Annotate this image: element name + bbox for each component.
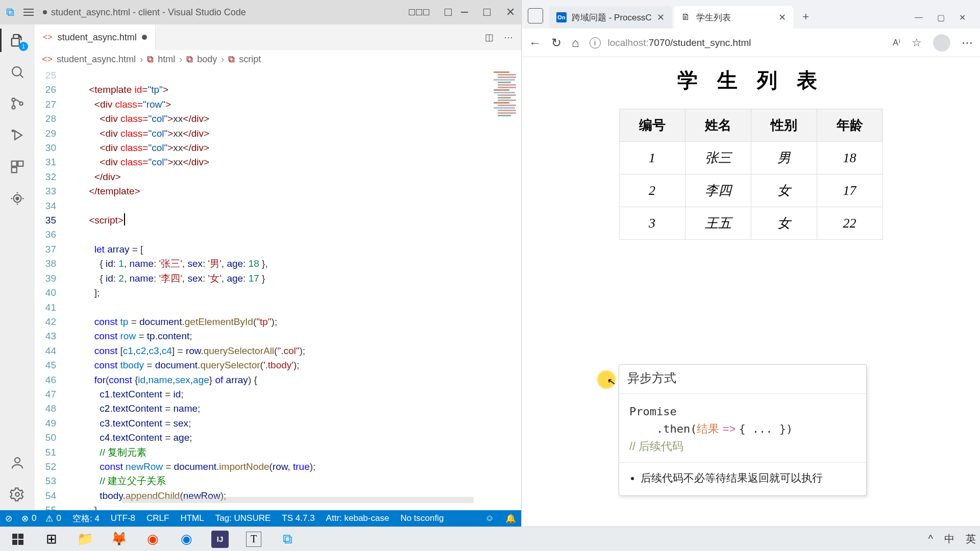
warnings-indicator[interactable]: ⚠ 0 [45,513,61,524]
vscode-logo-icon: ⧉ [6,6,14,19]
editor-area: <> student_async.html ◫ ⋯ <> student_asy… [35,24,521,510]
profile-avatar[interactable] [933,34,950,52]
feedback-icon[interactable]: ☺ [485,513,494,523]
ts-version[interactable]: TS 4.7.3 [282,513,314,523]
attr-case[interactable]: Attr: kebab-case [326,513,389,523]
text-editor-icon[interactable]: T [240,529,267,549]
indent-indicator[interactable]: 空格: 4 [72,513,100,524]
customize-layout-icon[interactable] [445,9,452,16]
favicon-icon: 🗎 [681,12,691,22]
file-tab[interactable]: <> student_async.html [35,24,156,50]
new-tab-button[interactable]: + [797,8,815,26]
search-icon[interactable] [9,63,26,81]
svg-rect-0 [12,38,19,46]
settings-gear-icon[interactable] [9,486,26,503]
close-tab-button[interactable]: ✕ [778,12,786,23]
minimap[interactable] [494,71,520,173]
more-actions-icon[interactable]: ⋯ [504,32,513,43]
close-button[interactable]: ✕ [959,13,966,22]
favicon-icon: On [556,12,567,22]
tag-indicator[interactable]: Tag: UNSURE [215,513,271,523]
info-popup: 异步方式 Promise .then(结果 => { ... }) // 后续代… [619,364,867,496]
svg-rect-8 [12,167,17,172]
site-info-icon[interactable]: i [590,37,601,48]
file-explorer-icon[interactable]: 📁 [71,529,99,549]
settings-menu-icon[interactable]: ⋯ [962,36,973,49]
eol-indicator[interactable]: CRLF [146,513,169,523]
account-icon[interactable] [9,454,26,471]
refresh-button[interactable]: ↻ [551,36,561,50]
taskbar: ⊞ 📁 🦊 ◉ ◉ IJ T ⧉ ^ 中 英 [0,527,980,551]
encoding-indicator[interactable]: UTF-8 [111,513,135,523]
task-view-icon[interactable]: ⊞ [38,529,65,549]
split-editor-icon[interactable]: ◫ [485,32,494,43]
table-header: 年龄 [817,109,883,142]
table-header: 性别 [751,109,817,142]
minimize-button[interactable]: — [915,13,923,22]
tray-chevron-icon[interactable]: ^ [928,533,933,545]
extensions-icon[interactable] [9,158,26,176]
svg-point-1 [12,67,21,76]
browser-tab[interactable]: On 跨域问题 - ProcessC ✕ [549,6,672,29]
table-header: 姓名 [685,109,751,142]
maximize-button[interactable] [483,9,491,16]
hamburger-menu-icon[interactable] [23,9,34,16]
svg-point-5 [12,130,14,132]
start-button[interactable] [4,529,32,549]
activity-bar: 1 [0,24,35,510]
popup-title: 异步方式 [619,365,866,394]
remote-icon[interactable] [9,190,26,207]
status-bar: ⊘ ⊗ 0 ⚠ 0 空格: 4 UTF-8 CRLF HTML Tag: UNS… [0,510,521,527]
remote-indicator[interactable]: ⊘ [5,513,12,524]
firefox-icon[interactable]: 🦊 [105,529,133,549]
ime-indicator[interactable]: 中 [944,532,954,546]
read-aloud-icon[interactable]: A⁾ [893,38,900,47]
html-file-icon: <> [42,54,53,65]
code-content[interactable]: <template id="tp"> <div class="row"> <di… [58,68,315,510]
breadcrumb[interactable]: <> student_async.html› ⧉html› ⧉body› ⧉sc… [35,50,521,68]
browser-tab[interactable]: 🗎 学生列表 ✕ [674,6,793,29]
explorer-icon[interactable]: 1 [9,32,26,49]
code-editor[interactable]: 2526272829303132333435363738394041424344… [35,68,521,510]
line-gutter: 2526272829303132333435363738394041424344… [35,68,58,510]
office-icon[interactable]: ◉ [139,529,166,549]
browser-toolbar: ← ↻ ⌂ i localhost:7070/student_sync.html… [522,29,980,57]
svg-point-4 [19,102,22,105]
popup-body: 后续代码不必等待结果返回就可以执行 [619,463,866,495]
tsconfig-indicator[interactable]: No tsconfig [400,513,444,523]
tab-actions-icon[interactable] [528,8,543,23]
svg-point-10 [16,197,19,200]
close-button[interactable]: ✕ [506,9,515,16]
layout-left-icon[interactable] [409,9,415,15]
address-bar[interactable]: i localhost:7070/student_sync.html [590,37,883,48]
window-title: student_async.html - client - Visual Stu… [43,7,400,18]
browser-window: On 跨域问题 - ProcessC ✕ 🗎 学生列表 ✕ + — ▢ ✕ ← … [522,0,980,527]
title-layout-controls [409,9,452,16]
favorite-star-icon[interactable]: ☆ [912,36,922,49]
back-button[interactable]: ← [529,36,541,50]
modified-dot-icon [142,35,147,40]
table-row: 3王五女22 [619,207,883,240]
layout-bottom-icon[interactable] [416,9,422,15]
errors-indicator[interactable]: ⊗ 0 [21,513,36,524]
home-button[interactable]: ⌂ [572,36,579,50]
bell-icon[interactable]: 🔔 [505,513,516,524]
table-header: 编号 [619,109,685,142]
minimize-button[interactable] [461,12,468,13]
svg-rect-7 [18,161,23,166]
intellij-icon[interactable]: IJ [206,529,234,549]
vscode-taskbar-icon[interactable]: ⧉ [274,529,301,549]
window-controls: ✕ [461,9,515,16]
ime-lang-indicator[interactable]: 英 [966,532,976,546]
maximize-button[interactable]: ▢ [937,13,945,22]
horizontal-scrollbar[interactable] [121,497,474,503]
language-mode[interactable]: HTML [180,513,204,523]
source-control-icon[interactable] [9,95,26,112]
svg-point-11 [15,458,20,463]
close-tab-button[interactable]: ✕ [657,12,665,23]
vscode-titlebar: ⧉ student_async.html - client - Visual S… [0,0,521,24]
run-debug-icon[interactable] [9,127,26,144]
layout-right-icon[interactable] [423,9,429,15]
svg-rect-6 [12,161,17,166]
edge-icon[interactable]: ◉ [173,529,200,549]
